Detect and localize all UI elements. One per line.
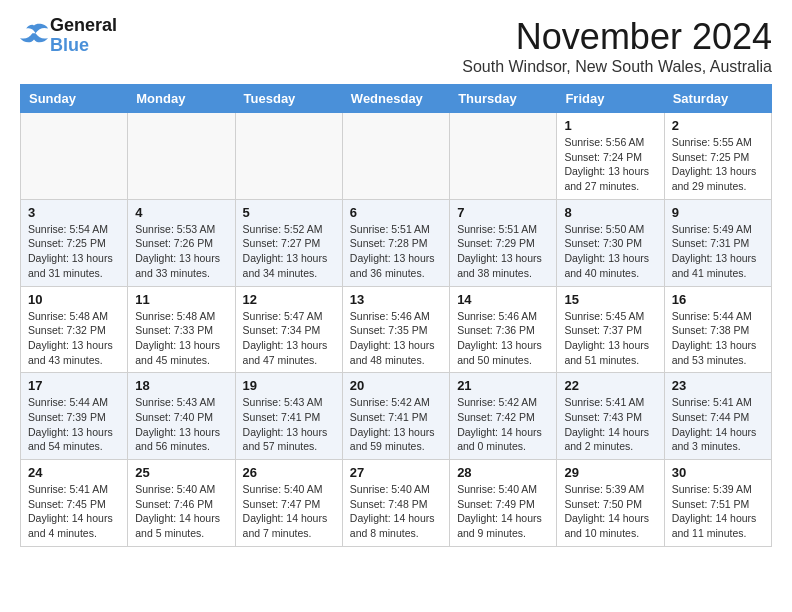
logo-bird-icon [20, 22, 48, 46]
weekday-header-thursday: Thursday [450, 85, 557, 113]
day-number: 7 [457, 205, 549, 220]
calendar-cell: 24Sunrise: 5:41 AM Sunset: 7:45 PM Dayli… [21, 460, 128, 547]
day-number: 8 [564, 205, 656, 220]
calendar-cell [128, 113, 235, 200]
calendar-cell: 22Sunrise: 5:41 AM Sunset: 7:43 PM Dayli… [557, 373, 664, 460]
calendar-cell: 16Sunrise: 5:44 AM Sunset: 7:38 PM Dayli… [664, 286, 771, 373]
calendar-cell: 14Sunrise: 5:46 AM Sunset: 7:36 PM Dayli… [450, 286, 557, 373]
day-info: Sunrise: 5:43 AM Sunset: 7:41 PM Dayligh… [243, 395, 335, 454]
day-number: 27 [350, 465, 442, 480]
location-title: South Windsor, New South Wales, Australi… [462, 58, 772, 76]
day-number: 26 [243, 465, 335, 480]
day-info: Sunrise: 5:44 AM Sunset: 7:39 PM Dayligh… [28, 395, 120, 454]
weekday-header-tuesday: Tuesday [235, 85, 342, 113]
day-info: Sunrise: 5:46 AM Sunset: 7:36 PM Dayligh… [457, 309, 549, 368]
day-info: Sunrise: 5:42 AM Sunset: 7:42 PM Dayligh… [457, 395, 549, 454]
day-info: Sunrise: 5:40 AM Sunset: 7:48 PM Dayligh… [350, 482, 442, 541]
day-number: 17 [28, 378, 120, 393]
day-number: 5 [243, 205, 335, 220]
day-number: 2 [672, 118, 764, 133]
day-number: 4 [135, 205, 227, 220]
day-number: 28 [457, 465, 549, 480]
day-number: 10 [28, 292, 120, 307]
day-info: Sunrise: 5:48 AM Sunset: 7:32 PM Dayligh… [28, 309, 120, 368]
day-info: Sunrise: 5:45 AM Sunset: 7:37 PM Dayligh… [564, 309, 656, 368]
weekday-header-friday: Friday [557, 85, 664, 113]
logo: General Blue [20, 16, 117, 56]
day-info: Sunrise: 5:42 AM Sunset: 7:41 PM Dayligh… [350, 395, 442, 454]
day-number: 22 [564, 378, 656, 393]
calendar-cell: 11Sunrise: 5:48 AM Sunset: 7:33 PM Dayli… [128, 286, 235, 373]
weekday-header-row: SundayMondayTuesdayWednesdayThursdayFrid… [21, 85, 772, 113]
month-title: November 2024 [462, 16, 772, 58]
calendar-week-2: 3Sunrise: 5:54 AM Sunset: 7:25 PM Daylig… [21, 199, 772, 286]
day-number: 30 [672, 465, 764, 480]
day-info: Sunrise: 5:54 AM Sunset: 7:25 PM Dayligh… [28, 222, 120, 281]
calendar-cell: 21Sunrise: 5:42 AM Sunset: 7:42 PM Dayli… [450, 373, 557, 460]
calendar-cell: 1Sunrise: 5:56 AM Sunset: 7:24 PM Daylig… [557, 113, 664, 200]
calendar-cell: 13Sunrise: 5:46 AM Sunset: 7:35 PM Dayli… [342, 286, 449, 373]
day-info: Sunrise: 5:56 AM Sunset: 7:24 PM Dayligh… [564, 135, 656, 194]
calendar-cell: 12Sunrise: 5:47 AM Sunset: 7:34 PM Dayli… [235, 286, 342, 373]
day-number: 15 [564, 292, 656, 307]
day-info: Sunrise: 5:44 AM Sunset: 7:38 PM Dayligh… [672, 309, 764, 368]
calendar-cell: 9Sunrise: 5:49 AM Sunset: 7:31 PM Daylig… [664, 199, 771, 286]
calendar-week-4: 17Sunrise: 5:44 AM Sunset: 7:39 PM Dayli… [21, 373, 772, 460]
day-info: Sunrise: 5:43 AM Sunset: 7:40 PM Dayligh… [135, 395, 227, 454]
calendar-cell [235, 113, 342, 200]
logo-general: General [50, 16, 117, 36]
day-info: Sunrise: 5:41 AM Sunset: 7:45 PM Dayligh… [28, 482, 120, 541]
day-number: 6 [350, 205, 442, 220]
day-info: Sunrise: 5:51 AM Sunset: 7:29 PM Dayligh… [457, 222, 549, 281]
calendar-cell: 3Sunrise: 5:54 AM Sunset: 7:25 PM Daylig… [21, 199, 128, 286]
day-info: Sunrise: 5:50 AM Sunset: 7:30 PM Dayligh… [564, 222, 656, 281]
day-info: Sunrise: 5:55 AM Sunset: 7:25 PM Dayligh… [672, 135, 764, 194]
calendar-cell [450, 113, 557, 200]
calendar-cell: 2Sunrise: 5:55 AM Sunset: 7:25 PM Daylig… [664, 113, 771, 200]
calendar-week-1: 1Sunrise: 5:56 AM Sunset: 7:24 PM Daylig… [21, 113, 772, 200]
weekday-header-wednesday: Wednesday [342, 85, 449, 113]
day-number: 25 [135, 465, 227, 480]
calendar-cell: 19Sunrise: 5:43 AM Sunset: 7:41 PM Dayli… [235, 373, 342, 460]
day-number: 19 [243, 378, 335, 393]
calendar-cell: 7Sunrise: 5:51 AM Sunset: 7:29 PM Daylig… [450, 199, 557, 286]
day-number: 29 [564, 465, 656, 480]
day-info: Sunrise: 5:41 AM Sunset: 7:43 PM Dayligh… [564, 395, 656, 454]
day-number: 1 [564, 118, 656, 133]
calendar-cell: 17Sunrise: 5:44 AM Sunset: 7:39 PM Dayli… [21, 373, 128, 460]
calendar-cell: 26Sunrise: 5:40 AM Sunset: 7:47 PM Dayli… [235, 460, 342, 547]
calendar-cell: 23Sunrise: 5:41 AM Sunset: 7:44 PM Dayli… [664, 373, 771, 460]
logo-blue: Blue [50, 36, 117, 56]
calendar-cell: 28Sunrise: 5:40 AM Sunset: 7:49 PM Dayli… [450, 460, 557, 547]
page-header: General Blue November 2024 South Windsor… [20, 16, 772, 76]
calendar-cell: 10Sunrise: 5:48 AM Sunset: 7:32 PM Dayli… [21, 286, 128, 373]
calendar-cell: 27Sunrise: 5:40 AM Sunset: 7:48 PM Dayli… [342, 460, 449, 547]
day-number: 13 [350, 292, 442, 307]
calendar-cell: 6Sunrise: 5:51 AM Sunset: 7:28 PM Daylig… [342, 199, 449, 286]
day-info: Sunrise: 5:40 AM Sunset: 7:49 PM Dayligh… [457, 482, 549, 541]
day-info: Sunrise: 5:48 AM Sunset: 7:33 PM Dayligh… [135, 309, 227, 368]
calendar-cell: 25Sunrise: 5:40 AM Sunset: 7:46 PM Dayli… [128, 460, 235, 547]
day-number: 18 [135, 378, 227, 393]
calendar-cell: 18Sunrise: 5:43 AM Sunset: 7:40 PM Dayli… [128, 373, 235, 460]
calendar-week-5: 24Sunrise: 5:41 AM Sunset: 7:45 PM Dayli… [21, 460, 772, 547]
day-number: 16 [672, 292, 764, 307]
day-number: 21 [457, 378, 549, 393]
weekday-header-monday: Monday [128, 85, 235, 113]
calendar-week-3: 10Sunrise: 5:48 AM Sunset: 7:32 PM Dayli… [21, 286, 772, 373]
day-info: Sunrise: 5:46 AM Sunset: 7:35 PM Dayligh… [350, 309, 442, 368]
weekday-header-saturday: Saturday [664, 85, 771, 113]
calendar-cell: 20Sunrise: 5:42 AM Sunset: 7:41 PM Dayli… [342, 373, 449, 460]
calendar-cell [21, 113, 128, 200]
day-number: 3 [28, 205, 120, 220]
day-info: Sunrise: 5:40 AM Sunset: 7:46 PM Dayligh… [135, 482, 227, 541]
day-number: 14 [457, 292, 549, 307]
weekday-header-sunday: Sunday [21, 85, 128, 113]
day-info: Sunrise: 5:49 AM Sunset: 7:31 PM Dayligh… [672, 222, 764, 281]
day-info: Sunrise: 5:53 AM Sunset: 7:26 PM Dayligh… [135, 222, 227, 281]
day-info: Sunrise: 5:39 AM Sunset: 7:50 PM Dayligh… [564, 482, 656, 541]
calendar-table: SundayMondayTuesdayWednesdayThursdayFrid… [20, 84, 772, 547]
calendar-cell: 29Sunrise: 5:39 AM Sunset: 7:50 PM Dayli… [557, 460, 664, 547]
calendar-cell [342, 113, 449, 200]
day-number: 20 [350, 378, 442, 393]
